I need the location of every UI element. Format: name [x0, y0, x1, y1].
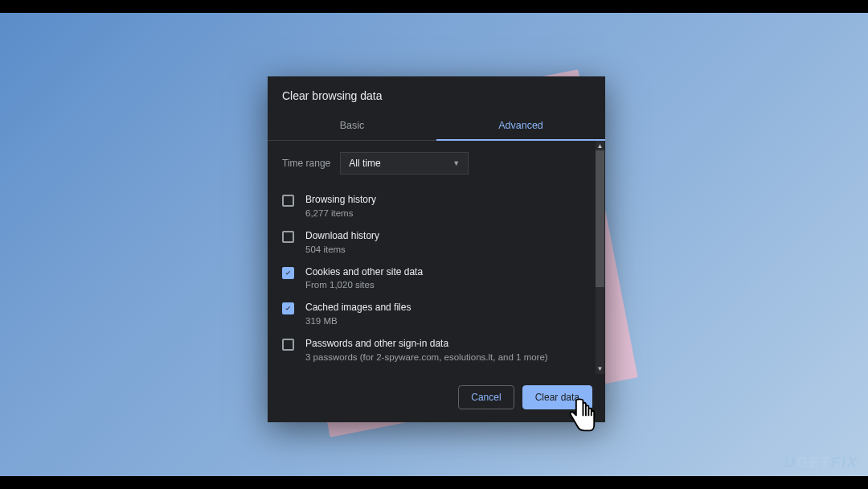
list-item: Autofill form data — [282, 368, 591, 374]
checkbox-browsing-history[interactable] — [282, 195, 294, 207]
item-title: Cookies and other site data — [305, 265, 591, 279]
checkbox-download-history[interactable] — [282, 231, 294, 243]
time-range-value: All time — [349, 158, 380, 169]
list-item: Passwords and other sign-in data 3 passw… — [282, 331, 591, 368]
list-item: Cookies and other site data From 1,020 s… — [282, 260, 591, 296]
dialog-title: Clear browsing data — [268, 76, 605, 112]
dialog-content: Time range All time ▼ Browsing history 6… — [268, 141, 605, 374]
item-title: Autofill form data — [305, 373, 591, 374]
list-item: Cached images and files 319 MB — [282, 295, 591, 331]
checkbox-cookies[interactable] — [282, 267, 294, 279]
item-title: Passwords and other sign-in data — [305, 337, 591, 351]
dialog-buttons: Cancel Clear data — [268, 374, 605, 422]
time-range-label: Time range — [282, 158, 330, 169]
checkbox-cached[interactable] — [282, 302, 294, 314]
item-title: Cached images and files — [305, 301, 591, 314]
cancel-button[interactable]: Cancel — [458, 385, 514, 409]
tab-advanced[interactable]: Advanced — [436, 112, 605, 141]
watermark: UGETFIX — [784, 454, 858, 471]
dialog-tabs: Basic Advanced — [268, 112, 605, 141]
letterbox-bottom — [0, 476, 868, 489]
item-title: Browsing history — [305, 193, 591, 207]
item-subtitle: 504 items — [305, 244, 591, 254]
list-item: Browsing history 6,277 items — [282, 187, 591, 224]
item-subtitle: 6,277 items — [305, 208, 591, 218]
tab-basic[interactable]: Basic — [268, 112, 436, 140]
item-subtitle: 3 passwords (for 2-spyware.com, esolutio… — [305, 352, 591, 362]
clear-browsing-data-dialog: Clear browsing data Basic Advanced Time … — [268, 76, 605, 422]
scroll-up-icon[interactable]: ▲ — [596, 142, 604, 150]
list-item: Download history 504 items — [282, 224, 591, 260]
checkbox-passwords[interactable] — [282, 339, 294, 351]
item-subtitle: From 1,020 sites — [305, 280, 591, 290]
clear-data-button[interactable]: Clear data — [522, 385, 592, 409]
scrollbar-thumb[interactable] — [596, 150, 604, 287]
scrollbar[interactable]: ▲ ▼ — [596, 141, 604, 374]
item-title: Download history — [305, 229, 591, 243]
scroll-down-icon[interactable]: ▼ — [596, 364, 604, 373]
time-range-select[interactable]: All time ▼ — [340, 152, 469, 175]
time-range-row: Time range All time ▼ — [282, 152, 591, 175]
item-subtitle: 319 MB — [305, 316, 591, 326]
chevron-down-icon: ▼ — [452, 159, 460, 167]
letterbox-top — [0, 0, 868, 13]
